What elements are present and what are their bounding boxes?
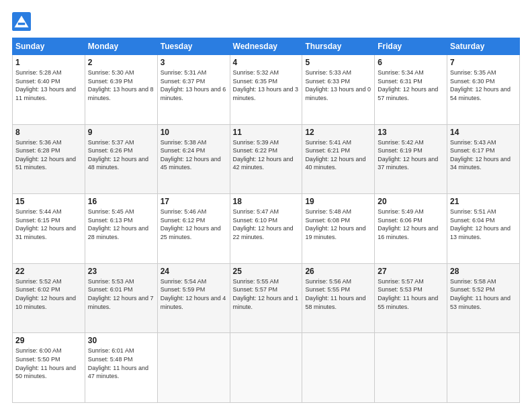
calendar-cell: 8Sunrise: 5:36 AMSunset: 6:28 PMDaylight… bbox=[13, 124, 85, 194]
calendar-cell: 24Sunrise: 5:54 AMSunset: 5:59 PMDayligh… bbox=[157, 263, 230, 333]
calendar-cell: 1Sunrise: 5:28 AMSunset: 6:40 PMDaylight… bbox=[13, 55, 85, 125]
calendar-cell: 23Sunrise: 5:53 AMSunset: 6:01 PMDayligh… bbox=[85, 263, 157, 333]
logo-icon bbox=[12, 12, 31, 31]
day-info: Sunrise: 5:41 AMSunset: 6:21 PMDaylight:… bbox=[305, 138, 371, 172]
day-info: Sunrise: 5:54 AMSunset: 5:59 PMDaylight:… bbox=[161, 277, 227, 311]
day-info: Sunrise: 5:39 AMSunset: 6:22 PMDaylight:… bbox=[233, 138, 300, 172]
day-number: 10 bbox=[161, 128, 227, 137]
day-number: 6 bbox=[378, 58, 444, 67]
day-info: Sunrise: 5:43 AMSunset: 6:17 PMDaylight:… bbox=[450, 138, 517, 172]
calendar-cell: 12Sunrise: 5:41 AMSunset: 6:21 PMDayligh… bbox=[302, 124, 375, 194]
day-info: Sunrise: 5:51 AMSunset: 6:04 PMDaylight:… bbox=[450, 208, 517, 241]
day-number: 25 bbox=[233, 267, 300, 276]
calendar-cell: 7Sunrise: 5:35 AMSunset: 6:30 PMDaylight… bbox=[447, 55, 520, 125]
calendar-cell: 22Sunrise: 5:52 AMSunset: 6:02 PMDayligh… bbox=[13, 263, 85, 333]
day-info: Sunrise: 5:35 AMSunset: 6:30 PMDaylight:… bbox=[450, 68, 517, 102]
calendar-cell: 4Sunrise: 5:32 AMSunset: 6:35 PMDaylight… bbox=[230, 55, 302, 125]
calendar-cell bbox=[302, 333, 375, 403]
weekday-header-monday: Monday bbox=[85, 38, 157, 55]
day-number: 17 bbox=[161, 197, 227, 206]
calendar-page: SundayMondayTuesdayWednesdayThursdayFrid… bbox=[0, 0, 532, 411]
day-info: Sunrise: 5:34 AMSunset: 6:31 PMDaylight:… bbox=[378, 68, 444, 102]
day-info: Sunrise: 5:47 AMSunset: 6:10 PMDaylight:… bbox=[233, 208, 300, 241]
calendar-cell: 15Sunrise: 5:44 AMSunset: 6:15 PMDayligh… bbox=[13, 194, 85, 264]
day-info: Sunrise: 5:42 AMSunset: 6:19 PMDaylight:… bbox=[378, 138, 444, 172]
day-number: 22 bbox=[15, 267, 82, 276]
weekday-header-friday: Friday bbox=[375, 38, 447, 55]
weekday-header-thursday: Thursday bbox=[302, 38, 375, 55]
weekday-header-sunday: Sunday bbox=[13, 38, 85, 55]
day-info: Sunrise: 6:00 AMSunset: 5:50 PMDaylight:… bbox=[15, 347, 82, 380]
calendar-cell bbox=[375, 333, 447, 403]
day-number: 7 bbox=[450, 58, 517, 67]
day-number: 28 bbox=[450, 267, 517, 276]
day-info: Sunrise: 5:45 AMSunset: 6:13 PMDaylight:… bbox=[88, 208, 154, 241]
day-number: 11 bbox=[233, 128, 300, 137]
day-info: Sunrise: 5:58 AMSunset: 5:52 PMDaylight:… bbox=[450, 277, 517, 311]
day-info: Sunrise: 5:36 AMSunset: 6:28 PMDaylight:… bbox=[15, 138, 82, 172]
day-number: 3 bbox=[161, 58, 227, 67]
day-info: Sunrise: 5:53 AMSunset: 6:01 PMDaylight:… bbox=[88, 277, 154, 311]
day-number: 29 bbox=[15, 336, 82, 345]
day-number: 19 bbox=[305, 197, 371, 206]
day-info: Sunrise: 5:28 AMSunset: 6:40 PMDaylight:… bbox=[15, 68, 82, 102]
day-info: Sunrise: 5:56 AMSunset: 5:55 PMDaylight:… bbox=[305, 277, 371, 311]
day-info: Sunrise: 5:33 AMSunset: 6:33 PMDaylight:… bbox=[305, 68, 371, 102]
day-number: 4 bbox=[233, 58, 300, 67]
day-number: 8 bbox=[15, 128, 82, 137]
day-number: 13 bbox=[378, 128, 444, 137]
day-number: 27 bbox=[378, 267, 444, 276]
calendar-cell: 16Sunrise: 5:45 AMSunset: 6:13 PMDayligh… bbox=[85, 194, 157, 264]
calendar-cell: 14Sunrise: 5:43 AMSunset: 6:17 PMDayligh… bbox=[447, 124, 520, 194]
calendar-cell: 3Sunrise: 5:31 AMSunset: 6:37 PMDaylight… bbox=[157, 55, 230, 125]
weekday-header-saturday: Saturday bbox=[447, 38, 520, 55]
day-info: Sunrise: 5:30 AMSunset: 6:39 PMDaylight:… bbox=[88, 68, 154, 102]
calendar-cell: 19Sunrise: 5:48 AMSunset: 6:08 PMDayligh… bbox=[302, 194, 375, 264]
calendar-cell bbox=[157, 333, 230, 403]
calendar-cell: 27Sunrise: 5:57 AMSunset: 5:53 PMDayligh… bbox=[375, 263, 447, 333]
page-header bbox=[12, 12, 520, 31]
day-number: 14 bbox=[450, 128, 517, 137]
calendar-table: SundayMondayTuesdayWednesdayThursdayFrid… bbox=[12, 38, 520, 403]
calendar-cell: 10Sunrise: 5:38 AMSunset: 6:24 PMDayligh… bbox=[157, 124, 230, 194]
calendar-cell: 20Sunrise: 5:49 AMSunset: 6:06 PMDayligh… bbox=[375, 194, 447, 264]
day-info: Sunrise: 6:01 AMSunset: 5:48 PMDaylight:… bbox=[88, 347, 154, 380]
calendar-cell: 9Sunrise: 5:37 AMSunset: 6:26 PMDaylight… bbox=[85, 124, 157, 194]
day-info: Sunrise: 5:49 AMSunset: 6:06 PMDaylight:… bbox=[378, 208, 444, 241]
day-number: 9 bbox=[88, 128, 154, 137]
day-number: 26 bbox=[305, 267, 371, 276]
day-info: Sunrise: 5:38 AMSunset: 6:24 PMDaylight:… bbox=[161, 138, 227, 172]
svg-rect-2 bbox=[18, 23, 26, 26]
weekday-header-wednesday: Wednesday bbox=[230, 38, 302, 55]
day-number: 1 bbox=[15, 58, 82, 67]
day-info: Sunrise: 5:57 AMSunset: 5:53 PMDaylight:… bbox=[378, 277, 444, 311]
day-number: 30 bbox=[88, 336, 154, 345]
calendar-cell: 25Sunrise: 5:55 AMSunset: 5:57 PMDayligh… bbox=[230, 263, 302, 333]
day-number: 15 bbox=[15, 197, 82, 206]
calendar-cell: 26Sunrise: 5:56 AMSunset: 5:55 PMDayligh… bbox=[302, 263, 375, 333]
day-number: 21 bbox=[450, 197, 517, 206]
day-info: Sunrise: 5:46 AMSunset: 6:12 PMDaylight:… bbox=[161, 208, 227, 241]
day-info: Sunrise: 5:37 AMSunset: 6:26 PMDaylight:… bbox=[88, 138, 154, 172]
day-info: Sunrise: 5:32 AMSunset: 6:35 PMDaylight:… bbox=[233, 68, 300, 102]
calendar-cell: 28Sunrise: 5:58 AMSunset: 5:52 PMDayligh… bbox=[447, 263, 520, 333]
calendar-cell bbox=[230, 333, 302, 403]
day-number: 12 bbox=[305, 128, 371, 137]
day-info: Sunrise: 5:55 AMSunset: 5:57 PMDaylight:… bbox=[233, 277, 300, 311]
day-number: 16 bbox=[88, 197, 154, 206]
day-number: 5 bbox=[305, 58, 371, 67]
calendar-cell bbox=[447, 333, 520, 403]
calendar-cell: 13Sunrise: 5:42 AMSunset: 6:19 PMDayligh… bbox=[375, 124, 447, 194]
day-number: 18 bbox=[233, 197, 300, 206]
day-number: 24 bbox=[161, 267, 227, 276]
calendar-cell: 11Sunrise: 5:39 AMSunset: 6:22 PMDayligh… bbox=[230, 124, 302, 194]
weekday-header-tuesday: Tuesday bbox=[157, 38, 230, 55]
calendar-cell: 6Sunrise: 5:34 AMSunset: 6:31 PMDaylight… bbox=[375, 55, 447, 125]
calendar-cell: 18Sunrise: 5:47 AMSunset: 6:10 PMDayligh… bbox=[230, 194, 302, 264]
day-info: Sunrise: 5:31 AMSunset: 6:37 PMDaylight:… bbox=[161, 68, 227, 102]
day-info: Sunrise: 5:44 AMSunset: 6:15 PMDaylight:… bbox=[15, 208, 82, 241]
day-number: 23 bbox=[88, 267, 154, 276]
day-info: Sunrise: 5:48 AMSunset: 6:08 PMDaylight:… bbox=[305, 208, 371, 241]
calendar-cell: 17Sunrise: 5:46 AMSunset: 6:12 PMDayligh… bbox=[157, 194, 230, 264]
day-number: 2 bbox=[88, 58, 154, 67]
